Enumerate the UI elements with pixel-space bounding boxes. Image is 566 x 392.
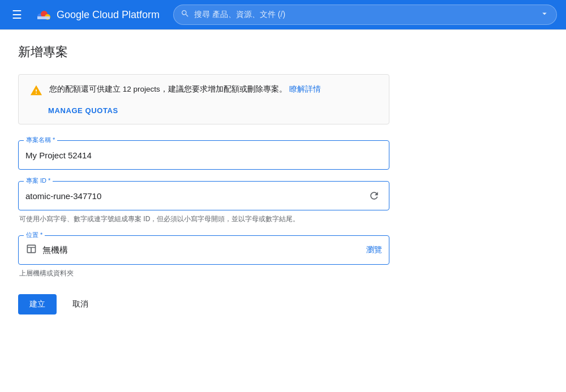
project-id-field: 專案 ID 可使用小寫字母、數字或連字號組成專案 ID，但必須以小寫字母開頭，並… — [18, 181, 389, 224]
main-content: 新增專案 您的配額還可供建立 12 projects，建議您要求增加配額或刪除專… — [0, 30, 408, 328]
top-nav: ☰ Google Cloud Platform 搜尋 產品、資源、文件 (/) — [0, 0, 566, 29]
warning-icon — [30, 84, 42, 100]
nav-logo: Google Cloud Platform — [34, 6, 160, 24]
warning-box: 您的配額還可供建立 12 projects，建議您要求增加配額或刪除專案。 瞭解… — [18, 74, 389, 124]
project-id-input-wrapper — [18, 181, 389, 210]
search-text: 搜尋 產品、資源、文件 (/) — [194, 10, 535, 20]
svg-rect-5 — [37, 16, 50, 19]
cloud-logo-icon — [34, 6, 52, 24]
warning-content: 您的配額還可供建立 12 projects，建議您要求增加配額或刪除專案。 瞭解… — [30, 84, 378, 100]
location-value: 無機構 — [42, 245, 362, 256]
location-input-wrapper: 無機構 瀏覽 — [18, 235, 389, 265]
location-field: 位置 無機構 瀏覽 上層機構或資料夾 — [18, 235, 389, 278]
project-name-input[interactable] — [25, 150, 382, 160]
project-name-input-wrapper — [18, 140, 389, 170]
learn-more-link[interactable]: 瞭解詳情 — [289, 85, 321, 93]
page-title: 新增專案 — [18, 44, 389, 61]
location-helper: 上層機構或資料夾 — [18, 268, 389, 278]
create-button[interactable]: 建立 — [18, 294, 57, 315]
cancel-button[interactable]: 取消 — [66, 294, 95, 315]
project-name-label: 專案名稱 — [24, 136, 57, 144]
refresh-id-button[interactable] — [366, 188, 382, 204]
nav-title: Google Cloud Platform — [57, 9, 160, 21]
project-name-field: 專案名稱 — [18, 140, 389, 170]
location-label: 位置 — [24, 231, 45, 239]
chevron-down-icon — [539, 8, 550, 21]
manage-quotas-button[interactable]: MANAGE QUOTAS — [48, 106, 378, 115]
project-id-helper: 可使用小寫字母、數字或連字號組成專案 ID，但必須以小寫字母開頭，並以字母或數字… — [18, 214, 389, 224]
project-id-label: 專案 ID — [24, 176, 53, 185]
location-grid-icon — [25, 243, 37, 257]
search-bar[interactable]: 搜尋 產品、資源、文件 (/) — [173, 5, 557, 25]
project-id-input[interactable] — [25, 191, 366, 201]
search-icon — [181, 9, 190, 20]
warning-text: 您的配額還可供建立 12 projects，建議您要求增加配額或刪除專案。 瞭解… — [49, 84, 321, 95]
menu-icon[interactable]: ☰ — [9, 8, 25, 21]
browse-link[interactable]: 瀏覽 — [366, 245, 382, 255]
form-actions: 建立 取消 — [18, 294, 389, 315]
